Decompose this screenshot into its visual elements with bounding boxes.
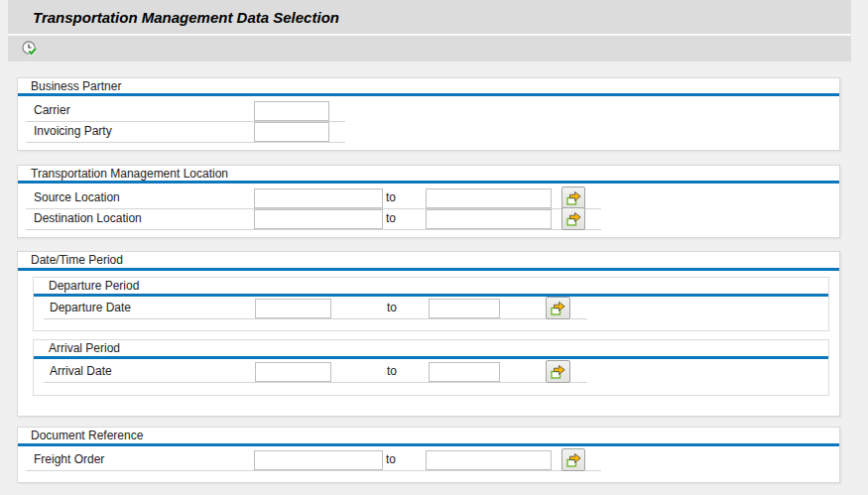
title-bar: Transportation Management Data Selection <box>8 0 851 36</box>
departure-date-from-input[interactable] <box>255 299 331 318</box>
field-label: Source Location <box>34 190 120 204</box>
field-row-destination-location: Destination Location to <box>26 208 601 230</box>
source-location-from-input[interactable] <box>254 188 383 208</box>
to-label: to <box>386 452 396 466</box>
page-title: Transportation Management Data Selection <box>33 9 339 26</box>
arrival-date-from-input[interactable] <box>255 362 331 382</box>
field-row-departure-date: Departure Date to <box>44 298 587 319</box>
multiselect-icon <box>566 453 581 467</box>
subsection-title: Departure Period <box>49 279 139 293</box>
field-label: Freight Order <box>34 452 104 466</box>
section-title: Business Partner <box>31 79 121 93</box>
field-row-freight-order: Freight Order to <box>26 449 601 471</box>
application-toolbar <box>8 36 851 62</box>
section-accent-bar <box>18 181 839 184</box>
section-title: Transportation Management Location <box>31 167 228 181</box>
arrival-date-to-input[interactable] <box>429 362 500 382</box>
departure-date-multiselect-button[interactable] <box>546 297 570 319</box>
freight-order-multiselect-button[interactable] <box>561 448 585 471</box>
section-title: Date/Time Period <box>31 253 123 267</box>
multiselect-icon <box>551 365 565 379</box>
departure-date-to-input[interactable] <box>429 299 500 318</box>
to-label: to <box>386 211 396 225</box>
freight-order-from-input[interactable] <box>254 450 383 470</box>
to-label: to <box>387 301 397 314</box>
multiselect-icon <box>566 191 581 205</box>
section-title: Document Reference <box>31 429 143 442</box>
destination-location-multiselect-button[interactable] <box>561 207 585 230</box>
field-label: Departure Date <box>50 301 131 314</box>
subsection-accent-bar <box>34 356 828 359</box>
field-row-source-location: Source Location to <box>26 187 601 209</box>
section-date-time-period: Date/Time Period Departure Period Depart… <box>17 251 840 417</box>
section-accent-bar <box>18 93 839 96</box>
field-label: Arrival Date <box>50 364 112 378</box>
subsection-arrival-period: Arrival Period Arrival Date to <box>33 339 829 396</box>
freight-order-to-input[interactable] <box>426 450 552 470</box>
arrival-date-multiselect-button[interactable] <box>546 360 570 383</box>
section-accent-bar <box>18 268 839 271</box>
multiselect-icon <box>566 212 581 226</box>
section-accent-bar <box>18 443 839 446</box>
execute-button[interactable] <box>18 38 42 60</box>
section-business-partner: Business Partner Carrier Invoicing Party <box>17 77 840 151</box>
destination-location-to-input[interactable] <box>426 209 552 229</box>
section-document-reference: Document Reference Freight Order to <box>17 427 840 483</box>
field-label: Carrier <box>34 103 70 117</box>
subsection-departure-period: Departure Period Departure Date to <box>33 277 829 331</box>
section-tm-location: Transportation Management Location Sourc… <box>17 165 840 238</box>
field-label: Invoicing Party <box>34 124 112 138</box>
source-location-to-input[interactable] <box>426 188 552 208</box>
field-row-arrival-date: Arrival Date to <box>44 361 587 383</box>
carrier-input[interactable] <box>254 101 329 121</box>
to-label: to <box>386 190 396 204</box>
execute-icon <box>21 40 39 58</box>
destination-location-from-input[interactable] <box>254 209 383 229</box>
subsection-accent-bar <box>34 294 828 297</box>
invoicing-party-input[interactable] <box>254 122 329 142</box>
field-label: Destination Location <box>34 211 142 225</box>
field-row-invoicing-party: Invoicing Party <box>26 121 345 143</box>
sap-selection-screen: { "app": { "title": "Transportation Mana… <box>0 0 868 495</box>
subsection-title: Arrival Period <box>49 341 120 355</box>
field-row-carrier: Carrier <box>26 100 345 122</box>
to-label: to <box>387 364 397 378</box>
multiselect-icon <box>551 302 565 315</box>
source-location-multiselect-button[interactable] <box>561 186 585 209</box>
